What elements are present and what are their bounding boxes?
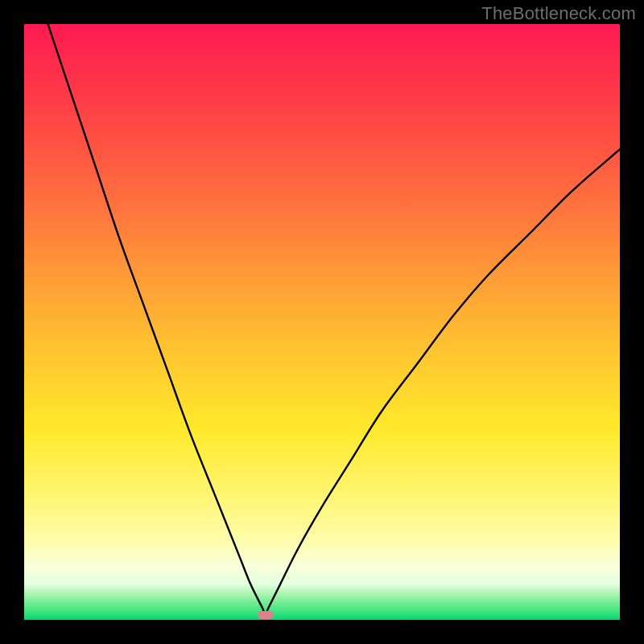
chart-frame: TheBottleneck.com <box>0 0 644 644</box>
optimal-point-marker <box>258 611 274 619</box>
plot-area <box>24 24 620 620</box>
bottleneck-curve <box>24 24 620 620</box>
attribution-label: TheBottleneck.com <box>481 3 636 24</box>
